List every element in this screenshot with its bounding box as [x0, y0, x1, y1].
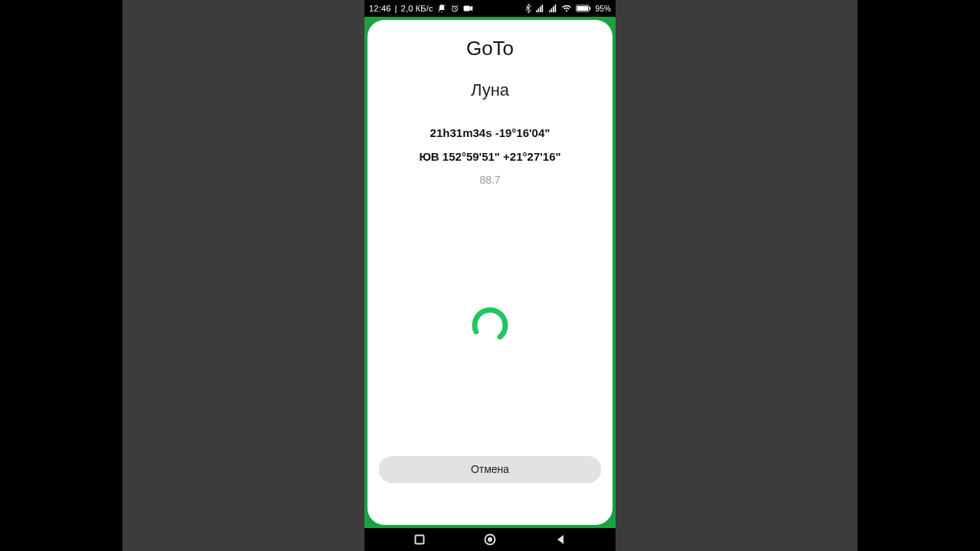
coord-equatorial: 21h31m34s -19°16'04" [430, 126, 550, 139]
status-data-rate: 2,0 КБ/с [401, 4, 433, 13]
loading-spinner-icon [470, 305, 510, 345]
svg-point-6 [470, 305, 510, 345]
alarm-icon [450, 4, 459, 13]
phone-frame: 12:46 | 2,0 КБ/с [364, 0, 616, 551]
nav-home-button[interactable] [475, 528, 505, 551]
nav-recent-button[interactable] [404, 528, 435, 551]
svg-rect-4 [577, 6, 589, 11]
battery-icon [576, 5, 591, 12]
video-icon [463, 4, 474, 13]
battery-percent: 95% [595, 5, 611, 13]
status-bar-left: 12:46 | 2,0 КБ/с [369, 4, 474, 13]
dialog-subtitle: Луна [471, 80, 509, 100]
status-bar-right: 95% [525, 4, 611, 13]
stage: 12:46 | 2,0 КБ/с [0, 0, 980, 551]
wifi-icon [561, 5, 572, 12]
app-background: GoTo Луна 21h31m34s -19°16'04" ЮВ 152°59… [364, 17, 616, 528]
nav-bar [364, 528, 616, 551]
svg-rect-5 [590, 7, 591, 11]
value-readout: 88.7 [479, 174, 500, 186]
nav-back-button[interactable] [545, 528, 576, 551]
dnd-icon [437, 4, 446, 13]
spinner-container [378, 194, 602, 456]
cancel-button[interactable]: Отмена [379, 456, 601, 482]
svg-rect-7 [416, 536, 424, 544]
coord-horizontal: ЮВ 152°59'51" +21°27'16" [419, 150, 560, 163]
dialog-title: GoTo [466, 37, 514, 60]
signal-2-icon [548, 5, 557, 12]
letterbox-left [122, 0, 364, 551]
svg-point-9 [488, 537, 492, 542]
status-separator: | [395, 4, 397, 13]
goto-dialog: GoTo Луна 21h31m34s -19°16'04" ЮВ 152°59… [368, 20, 612, 525]
bluetooth-icon [525, 4, 531, 13]
signal-1-icon [535, 5, 544, 12]
letterbox-right [616, 0, 858, 551]
svg-rect-2 [463, 6, 469, 11]
status-time: 12:46 [369, 4, 391, 13]
status-bar: 12:46 | 2,0 КБ/с [364, 0, 616, 17]
